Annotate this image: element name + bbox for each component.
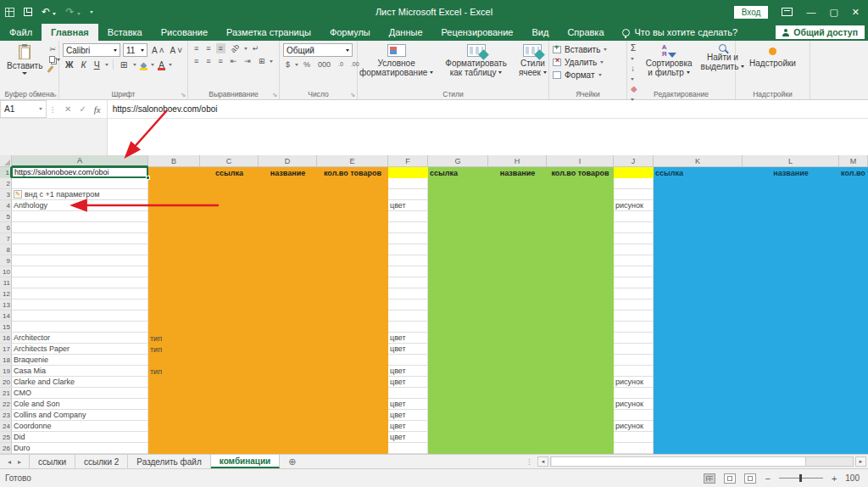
cell-L9[interactable] <box>743 255 839 266</box>
cell-L22[interactable] <box>743 399 839 410</box>
align-center-button[interactable]: ≡ <box>203 56 213 66</box>
cell-K9[interactable] <box>654 255 743 266</box>
cell-A5[interactable] <box>12 211 148 222</box>
cell-H5[interactable] <box>488 211 547 222</box>
cell-C5[interactable] <box>200 211 259 222</box>
redo-button[interactable]: ↷ <box>65 7 80 17</box>
cell-K12[interactable] <box>654 288 743 299</box>
cell-M26[interactable] <box>839 443 868 454</box>
cell-I23[interactable] <box>547 410 614 421</box>
cell-G14[interactable] <box>428 311 488 322</box>
cell-C2[interactable] <box>200 178 259 189</box>
cell-G5[interactable] <box>428 211 488 222</box>
cell-H17[interactable] <box>488 344 547 355</box>
row-header-8[interactable]: 8 <box>0 244 12 255</box>
cell-A17[interactable]: Architects Paper <box>12 344 148 355</box>
cell-C20[interactable] <box>200 377 259 388</box>
cell-M25[interactable] <box>839 432 868 443</box>
cell-M3[interactable] <box>839 189 868 200</box>
cell-J8[interactable] <box>614 244 654 255</box>
cell-E25[interactable] <box>317 432 388 443</box>
cell-D3[interactable] <box>259 189 317 200</box>
cell-B25[interactable] <box>148 432 200 443</box>
cell-B8[interactable] <box>148 244 200 255</box>
cell-A11[interactable] <box>12 277 148 288</box>
cell-H22[interactable] <box>488 399 547 410</box>
row-header-24[interactable]: 24 <box>0 421 12 432</box>
cell-H11[interactable] <box>488 277 547 288</box>
cell-L20[interactable] <box>743 377 839 388</box>
cell-H15[interactable] <box>488 322 547 333</box>
font-name-combo[interactable]: Calibri <box>63 43 120 57</box>
cell-E14[interactable] <box>317 311 388 322</box>
column-header-E[interactable]: E <box>317 155 388 167</box>
font-color-button[interactable]: А <box>157 60 166 70</box>
column-header-B[interactable]: B <box>148 155 200 167</box>
cell-J22[interactable]: рисунок <box>614 399 654 410</box>
cell-L26[interactable] <box>743 443 839 454</box>
cell-M11[interactable] <box>839 277 868 288</box>
shrink-font-button[interactable]: А˅ <box>168 46 184 55</box>
cell-C7[interactable] <box>200 233 259 244</box>
row-header-18[interactable]: 18 <box>0 355 12 366</box>
delete-cells-button[interactable]: Удалить <box>553 58 607 67</box>
cell-G24[interactable] <box>428 421 488 432</box>
cell-I25[interactable] <box>547 432 614 443</box>
cell-B6[interactable] <box>148 222 200 233</box>
fill-color-button[interactable]: ◆ <box>139 60 149 70</box>
wrap-text-button[interactable]: ↵ <box>250 43 262 53</box>
cell-G21[interactable] <box>428 388 488 399</box>
row-header-10[interactable]: 10 <box>0 266 12 277</box>
name-box[interactable]: A1 <box>0 100 47 118</box>
cell-H18[interactable] <box>488 355 547 366</box>
cell-A10[interactable] <box>12 266 148 277</box>
cell-I4[interactable] <box>547 200 614 211</box>
cell-A18[interactable]: Braquenie <box>12 355 148 366</box>
cell-G19[interactable] <box>428 366 488 377</box>
cell-F4[interactable]: цвет <box>388 200 428 211</box>
align-right-button[interactable]: ≡ <box>216 56 225 66</box>
cell-I11[interactable] <box>547 277 614 288</box>
row-header-13[interactable]: 13 <box>0 299 12 311</box>
cell-K1[interactable]: ссылка <box>654 167 743 178</box>
cell-H1[interactable]: название <box>488 167 547 178</box>
cell-I5[interactable] <box>547 211 614 222</box>
cell-A26[interactable]: Duro <box>12 443 148 454</box>
cell-M13[interactable] <box>839 299 868 311</box>
cell-J14[interactable] <box>614 311 654 322</box>
formula-edit-area[interactable] <box>108 119 868 155</box>
cell-A4[interactable]: Anthology <box>12 200 148 211</box>
cell-I17[interactable] <box>547 344 614 355</box>
cell-K8[interactable] <box>654 244 743 255</box>
cell-K10[interactable] <box>654 266 743 277</box>
cell-L6[interactable] <box>743 222 839 233</box>
row-header-20[interactable]: 20 <box>0 377 12 388</box>
cell-E10[interactable] <box>317 266 388 277</box>
cell-J1[interactable] <box>614 167 654 178</box>
column-header-A[interactable]: A <box>12 155 148 167</box>
fill-button[interactable]: ↓ <box>631 64 637 82</box>
cell-M8[interactable] <box>839 244 868 255</box>
cell-C23[interactable] <box>200 410 259 421</box>
cell-K19[interactable] <box>654 366 743 377</box>
cell-F20[interactable]: цвет <box>388 377 428 388</box>
cell-L11[interactable] <box>743 277 839 288</box>
cell-I24[interactable] <box>547 421 614 432</box>
row-header-21[interactable]: 21 <box>0 388 12 399</box>
cell-E16[interactable] <box>317 333 388 344</box>
align-middle-button[interactable]: ≡ <box>203 43 213 53</box>
page-layout-view-icon[interactable] <box>724 473 736 484</box>
column-header-L[interactable]: L <box>743 155 839 167</box>
normal-view-icon[interactable] <box>704 473 715 484</box>
cell-C24[interactable] <box>200 421 259 432</box>
cell-F15[interactable] <box>388 322 428 333</box>
cell-F5[interactable] <box>388 211 428 222</box>
cell-G20[interactable] <box>428 377 488 388</box>
cell-I16[interactable] <box>547 333 614 344</box>
cell-D25[interactable] <box>259 432 317 443</box>
cell-E2[interactable] <box>317 178 388 189</box>
number-format-combo[interactable]: Общий <box>283 43 353 57</box>
underline-button[interactable]: Ч <box>92 59 103 70</box>
cell-C11[interactable] <box>200 277 259 288</box>
cell-C9[interactable] <box>200 255 259 266</box>
